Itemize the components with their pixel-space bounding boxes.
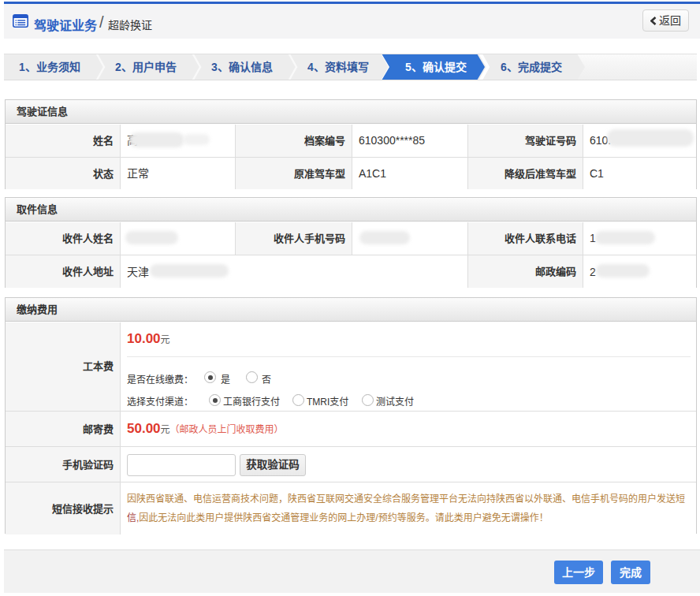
svg-text:5、确认提交: 5、确认提交 xyxy=(405,61,467,73)
svg-text:6、完成提交: 6、完成提交 xyxy=(501,61,562,73)
svg-text:3、确认信息: 3、确认信息 xyxy=(211,61,273,73)
svg-text:2、用户申告: 2、用户申告 xyxy=(115,61,177,73)
svg-text:4、资料填写: 4、资料填写 xyxy=(307,61,369,73)
svg-text:1、业务须知: 1、业务须知 xyxy=(19,61,80,73)
